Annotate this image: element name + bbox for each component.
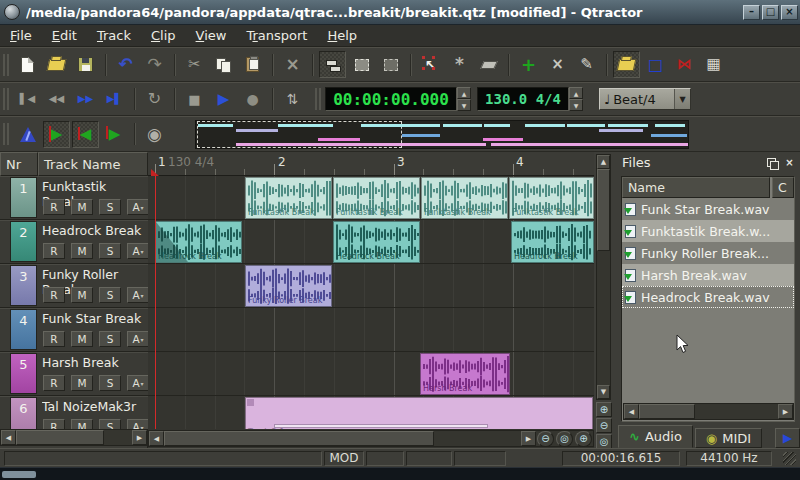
track-m-button[interactable]: M (71, 419, 93, 429)
open-file-button[interactable] (43, 51, 70, 78)
edit-mode-clip-button[interactable] (319, 51, 346, 78)
file-item[interactable]: Headrock Break.wav (622, 286, 794, 308)
track-a-button[interactable]: A▾ (127, 375, 148, 391)
auto-backward-button[interactable]: ◀ (72, 121, 99, 148)
view-files-button[interactable] (613, 51, 640, 78)
minimize-button[interactable]: – (743, 5, 760, 20)
new-file-button[interactable] (14, 51, 41, 78)
track-r-button[interactable]: R (43, 243, 65, 259)
metronome-button[interactable] (14, 121, 41, 148)
tempo-spinner[interactable]: ▲▼ (569, 87, 583, 111)
scrollbar-thumb[interactable] (16, 430, 104, 445)
tab-audio[interactable]: ∿Audio (618, 425, 693, 448)
spin-up-icon[interactable]: ▲ (569, 87, 583, 99)
track-m-button[interactable]: M (71, 375, 93, 391)
scroll-down-icon[interactable]: ▼ (597, 385, 610, 399)
track-header-name[interactable]: Track Name (38, 152, 148, 176)
delete-button[interactable]: × (279, 51, 306, 78)
tool-edit-button[interactable]: ↖ (417, 51, 444, 78)
session-overview[interactable] (195, 120, 689, 149)
spin-down-icon[interactable]: ▼ (457, 99, 471, 111)
track-m-button[interactable]: M (71, 331, 93, 347)
clip[interactable]: Harsh Break (420, 353, 510, 395)
track-r-button[interactable]: R (43, 331, 65, 347)
tempo-display[interactable]: 130.0 4/4 (477, 87, 569, 111)
file-item[interactable]: Funk Star Break.wav (622, 198, 794, 220)
track-row-1[interactable]: 1Funktastik BreakRMSA▾ (0, 176, 148, 220)
track-row-6[interactable]: 6Tal NoizeMak3rRMSA▾ (0, 396, 148, 429)
clip[interactable]: Headrock Break (511, 221, 594, 263)
files-list[interactable]: NameC Funk Star Break.wavFunktastik Brea… (621, 176, 795, 422)
auto-forward-button[interactable]: ▶ (101, 121, 128, 148)
undo-button[interactable]: ↶ (112, 51, 139, 78)
title-bar[interactable]: /media/pandora64/pandora/appdata/qtrac..… (0, 0, 800, 25)
tool-eraser-button[interactable] (475, 51, 502, 78)
track-r-button[interactable]: R (43, 375, 65, 391)
scroll-up-icon[interactable]: ▲ (597, 155, 610, 169)
clip[interactable]: Track 3-1 (245, 397, 593, 429)
toolbar-handle[interactable] (3, 88, 9, 110)
follow-playhead-button[interactable]: ◉ (141, 121, 168, 148)
scroll-right-icon[interactable]: ▶ (521, 431, 536, 446)
close-panel-icon[interactable]: × (782, 156, 797, 170)
zoom-out-button[interactable]: ⊖ (537, 431, 554, 447)
clip[interactable]: Funky Roller Break (245, 265, 332, 307)
scrollbar-thumb[interactable] (639, 404, 695, 419)
close-button[interactable]: × (781, 5, 798, 20)
menu-track[interactable]: Track (87, 26, 141, 45)
track-m-button[interactable]: M (71, 243, 93, 259)
rewind-button[interactable]: ◀◀ (43, 86, 70, 113)
track-s-button[interactable]: S (99, 287, 121, 303)
track-row-3[interactable]: 3Funky Roller BreakRMSA▾ (0, 264, 148, 308)
edit-mode-rect-button[interactable] (377, 51, 404, 78)
record-button[interactable]: ● (239, 86, 266, 113)
files-hscrollbar[interactable]: ◀ ▶ (623, 403, 794, 420)
files-panel-titlebar[interactable]: Files × (616, 152, 800, 173)
files-column-name[interactable]: Name (622, 177, 770, 198)
track-a-button[interactable]: A▾ (127, 243, 148, 259)
clip-new-button[interactable]: + (515, 51, 542, 78)
snap-combo[interactable]: ♩Beat/4 ▼ (599, 88, 691, 110)
menu-view[interactable]: View (186, 26, 237, 45)
menu-edit[interactable]: Edit (42, 26, 87, 45)
maximize-button[interactable]: □ (762, 5, 779, 20)
clip-edit-button[interactable]: ✎ (573, 51, 600, 78)
track-header-nr[interactable]: Nr (0, 152, 38, 176)
menu-help[interactable]: Help (317, 26, 367, 45)
track-list-hscrollbar[interactable]: ◀ ▶ (0, 429, 148, 446)
track-a-button[interactable]: A▾ (127, 287, 148, 303)
view-mixer-button[interactable]: ⋈ (671, 51, 698, 78)
spin-down-icon[interactable]: ▼ (569, 99, 583, 111)
track-m-button[interactable]: M (71, 287, 93, 303)
track-lane-4[interactable] (148, 308, 594, 352)
edit-mode-range-button[interactable] (348, 51, 375, 78)
forward-button[interactable]: ▶▶ (72, 86, 99, 113)
zoom-reset-button[interactable]: ◎ (556, 431, 573, 447)
track-s-button[interactable]: S (99, 375, 121, 391)
clip[interactable]: Funktastik Break (333, 177, 420, 219)
combo-drop-icon[interactable]: ▼ (674, 89, 690, 109)
resize-grip[interactable] (783, 452, 796, 465)
track-row-4[interactable]: 4Funk Star BreakRMSA▾ (0, 308, 148, 352)
clip[interactable]: Headrock Break (155, 221, 242, 263)
tool-quantize-button[interactable]: * (446, 51, 473, 78)
arrange-canvas[interactable]: 130 4/4 1234 Funktastik BreakFunktastik … (148, 152, 594, 448)
scroll-right-icon[interactable]: ▶ (132, 430, 147, 445)
track-r-button[interactable]: R (43, 199, 65, 215)
menu-transport[interactable]: Transport (236, 26, 317, 45)
zoom-in-button[interactable]: ⊕ (596, 402, 612, 417)
file-item[interactable]: Harsh Break.wav (622, 264, 794, 286)
time-spinner[interactable]: ▲▼ (457, 87, 471, 111)
marker-punch-button[interactable]: ▶ (43, 121, 70, 148)
copy-button[interactable] (210, 51, 237, 78)
canvas-vscrollbar[interactable]: ▲ ▼ (596, 154, 611, 400)
redo-button[interactable]: ↷ (141, 51, 168, 78)
cut-button[interactable]: ✂ (181, 51, 208, 78)
stop-button[interactable]: ■ (181, 86, 208, 113)
save-file-button[interactable] (72, 51, 99, 78)
menu-clip[interactable]: Clip (141, 26, 186, 45)
scroll-left-icon[interactable]: ◀ (149, 431, 164, 446)
file-item[interactable]: Funktastik Break.w... (622, 220, 794, 242)
spin-up-icon[interactable]: ▲ (457, 87, 471, 99)
goto-end-button[interactable]: ▶▌ (101, 86, 128, 113)
